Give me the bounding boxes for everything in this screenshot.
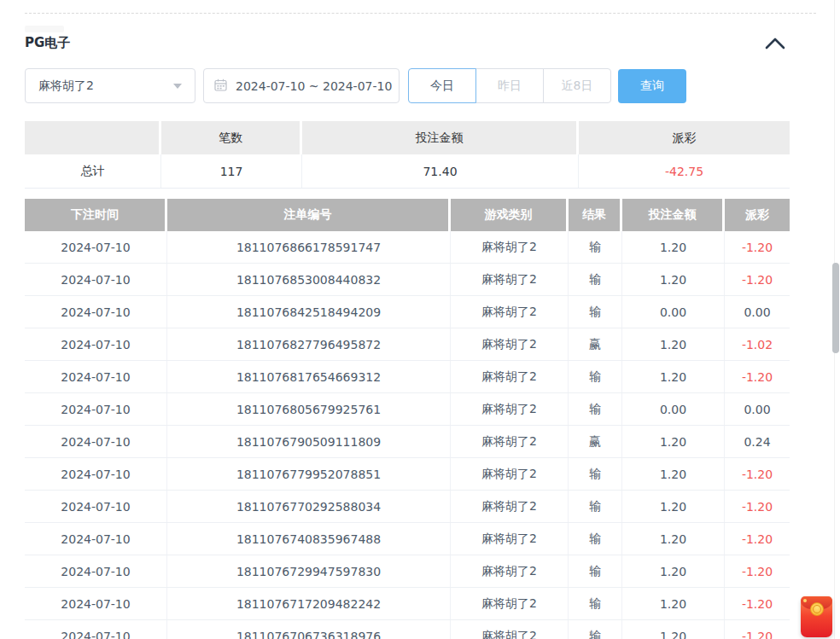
- cell-payout: -1.20: [725, 588, 790, 619]
- summary-header-blank: [25, 121, 161, 154]
- red-envelope-icon[interactable]: [801, 596, 832, 637]
- table-row: 2024-07-10 1811076779952078851 麻将胡了2 输 1…: [25, 458, 790, 491]
- table-row: 2024-07-10 1811076790509111809 麻将胡了2 赢 1…: [25, 426, 790, 458]
- cell-payout: -1.20: [725, 620, 790, 639]
- cell-payout: 0.00: [725, 296, 790, 328]
- table-row: 2024-07-10 1811076842518494209 麻将胡了2 输 0…: [25, 296, 790, 328]
- table-row: 2024-07-10 1811076827796495872 麻将胡了2 赢 1…: [25, 328, 790, 361]
- cell-result: 输: [569, 588, 622, 619]
- cell-bet-time: 2024-07-10: [25, 491, 167, 522]
- cell-bet-amount: 1.20: [622, 426, 725, 457]
- cell-payout: -1.20: [725, 458, 790, 490]
- quick-range-group: 今日 昨日 近8日: [408, 68, 611, 103]
- cell-bet-id: 1811076866178591747: [167, 231, 451, 263]
- cell-bet-time: 2024-07-10: [25, 426, 167, 457]
- records-header-bet-time: 下注时间: [25, 199, 167, 231]
- summary-total-count: 117: [161, 154, 302, 188]
- cell-game-category: 麻将胡了2: [451, 523, 569, 555]
- table-row: 2024-07-10 1811076817654669312 麻将胡了2 输 1…: [25, 361, 790, 393]
- cell-bet-time: 2024-07-10: [25, 393, 167, 425]
- records-header-payout: 派彩: [725, 199, 790, 231]
- cell-bet-amount: 0.00: [622, 393, 725, 425]
- cell-game-category: 麻将胡了2: [451, 588, 569, 619]
- cell-bet-time: 2024-07-10: [25, 264, 167, 295]
- cell-result: 输: [569, 555, 622, 587]
- table-row: 2024-07-10 1811076729947597830 麻将胡了2 输 1…: [25, 555, 790, 588]
- envelope-gold-dot: [803, 599, 807, 602]
- cell-result: 赢: [569, 426, 622, 457]
- cell-bet-amount: 1.20: [622, 491, 725, 522]
- caret-down-icon: [173, 84, 182, 89]
- panel-title: PG电子: [25, 35, 70, 51]
- table-row: 2024-07-10 1811076770292588034 麻将胡了2 输 1…: [25, 491, 790, 523]
- cell-game-category: 麻将胡了2: [451, 426, 569, 457]
- cell-payout: 0.24: [725, 426, 790, 457]
- cell-bet-amount: 0.00: [622, 296, 725, 328]
- summary-header-row: 笔数 投注金额 派彩: [25, 121, 790, 154]
- cell-bet-amount: 1.20: [622, 555, 725, 587]
- cell-game-category: 麻将胡了2: [451, 328, 569, 360]
- cell-bet-amount: 1.20: [622, 523, 725, 555]
- game-select[interactable]: 麻将胡了2: [25, 68, 195, 103]
- cell-payout: -1.20: [725, 491, 790, 522]
- cell-bet-id: 1811076770292588034: [167, 491, 451, 522]
- quick-range-yesterday[interactable]: 昨日: [475, 68, 544, 103]
- cell-game-category: 麻将胡了2: [451, 296, 569, 328]
- cell-result: 输: [569, 296, 622, 328]
- table-row: 2024-07-10 1811076717209482242 麻将胡了2 输 1…: [25, 588, 790, 620]
- records-header-game-category: 游戏类别: [451, 199, 569, 231]
- date-range-picker[interactable]: 2024-07-10 ~ 2024-07-10: [203, 68, 400, 103]
- cell-bet-amount: 1.20: [622, 361, 725, 392]
- cell-bet-time: 2024-07-10: [25, 361, 167, 392]
- cell-payout: -1.20: [725, 361, 790, 392]
- summary-table: 笔数 投注金额 派彩 总计 117 71.40 -42.75: [25, 121, 790, 189]
- cell-payout: -1.20: [725, 555, 790, 587]
- gold-coin-icon: [810, 602, 824, 616]
- search-button[interactable]: 查询: [618, 69, 686, 103]
- cell-result: 输: [569, 458, 622, 490]
- cell-bet-time: 2024-07-10: [25, 296, 167, 328]
- cell-game-category: 麻将胡了2: [451, 264, 569, 295]
- cell-bet-id: 1811076817654669312: [167, 361, 451, 392]
- cell-bet-id: 1811076853008440832: [167, 264, 451, 295]
- summary-header-bet-amount: 投注金额: [302, 121, 579, 154]
- quick-range-last8days[interactable]: 近8日: [543, 68, 611, 103]
- cell-result: 赢: [569, 328, 622, 360]
- table-row: 2024-07-10 1811076866178591747 麻将胡了2 输 1…: [25, 231, 790, 264]
- cell-game-category: 麻将胡了2: [451, 361, 569, 392]
- table-row: 2024-07-10 1811076740835967488 麻将胡了2 输 1…: [25, 523, 790, 555]
- cell-bet-amount: 1.20: [622, 328, 725, 360]
- cell-payout: -1.20: [725, 523, 790, 555]
- scrollbar-thumb[interactable]: [832, 263, 839, 353]
- records-tbody: 2024-07-10 1811076866178591747 麻将胡了2 输 1…: [25, 231, 790, 639]
- cell-bet-time: 2024-07-10: [25, 588, 167, 619]
- cell-payout: -1.20: [725, 231, 790, 263]
- cell-bet-id: 1811076790509111809: [167, 426, 451, 457]
- cell-bet-time: 2024-07-10: [25, 523, 167, 555]
- summary-total-label: 总计: [25, 154, 161, 188]
- records-header-row: 下注时间 注单编号 游戏类别 结果 投注金额 派彩: [25, 199, 790, 231]
- records-header-bet-id: 注单编号: [167, 199, 451, 231]
- cell-bet-time: 2024-07-10: [25, 620, 167, 639]
- cell-bet-id: 1811076729947597830: [167, 555, 451, 587]
- collapse-panel-button[interactable]: [763, 36, 787, 53]
- cell-result: 输: [569, 620, 622, 639]
- cell-game-category: 麻将胡了2: [451, 458, 569, 490]
- cell-bet-id: 1811076842518494209: [167, 296, 451, 328]
- cell-result: 输: [569, 523, 622, 555]
- scrolled-element-remnant: [25, 26, 64, 32]
- chevron-up-icon: [765, 39, 785, 52]
- records-table: 下注时间 注单编号 游戏类别 结果 投注金额 派彩 2024-07-10 181…: [25, 199, 790, 639]
- cell-game-category: 麻将胡了2: [451, 555, 569, 587]
- cell-bet-amount: 1.20: [622, 264, 725, 295]
- records-header-result: 结果: [569, 199, 622, 231]
- table-row: 2024-07-10 1811076706736318976 麻将胡了2 输 1…: [25, 620, 790, 639]
- summary-total-payout: -42.75: [579, 154, 790, 188]
- cell-result: 输: [569, 393, 622, 425]
- cell-bet-time: 2024-07-10: [25, 555, 167, 587]
- quick-range-today[interactable]: 今日: [408, 68, 476, 103]
- date-range-value: 2024-07-10 ~ 2024-07-10: [236, 79, 392, 93]
- cell-payout: 0.00: [725, 393, 790, 425]
- cell-result: 输: [569, 491, 622, 522]
- game-select-value: 麻将胡了2: [38, 78, 173, 94]
